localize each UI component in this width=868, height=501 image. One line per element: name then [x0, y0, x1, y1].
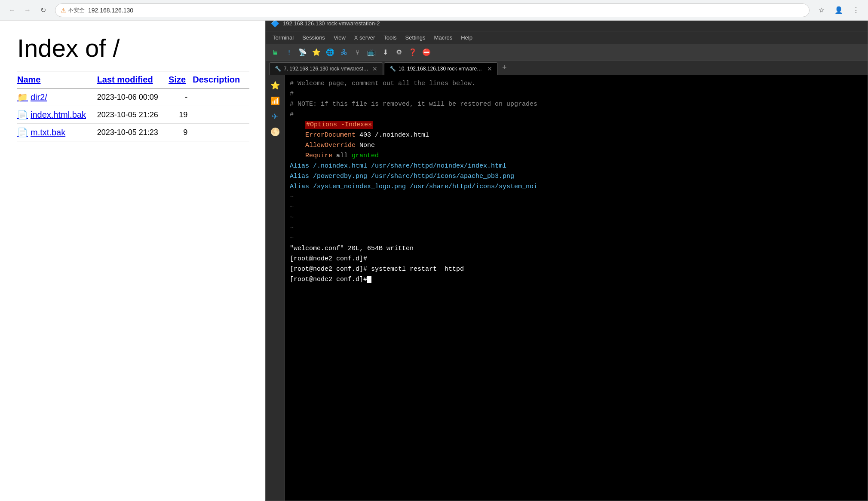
terminal-tab-tab10[interactable]: 🔧 10. 192.168.126.130 rock-vmwareste... …	[384, 62, 498, 75]
tab-close-button[interactable]: ✕	[487, 65, 492, 72]
term-line: #	[290, 89, 862, 99]
toolbar-download-icon[interactable]: ⬇	[379, 46, 391, 58]
term-line: Alias /system_noindex_logo.png /usr/shar…	[290, 182, 862, 192]
file-name-cell[interactable]: 📁 dir2/	[17, 89, 97, 106]
term-line: [root@node2 conf.d]#	[290, 254, 862, 264]
menu-button[interactable]: ⋮	[849, 3, 863, 17]
tab-label: 7. 192.168.126.130 rock-vmwaresta...	[284, 66, 370, 72]
term-line: #Options -Indexes	[290, 120, 862, 130]
file-name-cell[interactable]: 📄 index.html.bak	[17, 106, 97, 124]
file-desc-cell	[193, 89, 249, 106]
file-modified-cell: 2023-10-06 00:09	[97, 89, 169, 106]
file-desc-cell	[193, 124, 249, 141]
security-warning: ⚠ 不安全	[61, 6, 85, 14]
term-text: Alias /poweredby.png /usr/share/httpd/ic…	[290, 173, 514, 180]
col-name-header[interactable]: Name	[17, 71, 97, 89]
bookmark-button[interactable]: ☆	[815, 3, 828, 17]
back-button[interactable]: ←	[5, 3, 19, 17]
menu-item-sessions[interactable]: Sessions	[299, 34, 328, 42]
toolbar-network-icon[interactable]: 🖧	[338, 46, 350, 58]
sidebar-globe-icon[interactable]: 🌕	[268, 125, 282, 139]
profile-button[interactable]: 👤	[832, 3, 846, 17]
terminal-tab-tab7[interactable]: 🔧 7. 192.168.126.130 rock-vmwaresta... ✕	[269, 62, 383, 75]
term-text: [root@node2 conf.d]#	[290, 255, 367, 263]
menu-item-settings[interactable]: Settings	[402, 34, 429, 42]
file-size-cell: 9	[169, 124, 193, 141]
term-text: #Options -Indexes	[305, 121, 373, 129]
menu-item-view[interactable]: View	[330, 34, 349, 42]
new-tab-button[interactable]: +	[499, 63, 510, 72]
term-text: ~	[290, 224, 294, 232]
terminal-toolbar: 🖥 ⁞ 📡 ⭐ 🌐 🖧 ⑂ 📺 ⬇ ⚙ ❓ ⛔	[266, 44, 868, 61]
file-desc-cell	[193, 106, 249, 124]
address-bar[interactable]: ⚠ 不安全 192.168.126.130	[55, 3, 810, 17]
term-line: # Welcome page, comment out all the line…	[290, 79, 862, 89]
col-size-header[interactable]: Size	[169, 71, 193, 89]
file-icon: 📄	[17, 110, 28, 120]
term-line: [root@node2 conf.d]# systemctl restart h…	[290, 264, 862, 275]
file-name-cell[interactable]: 📄 m.txt.bak	[17, 124, 97, 141]
file-link[interactable]: 📄 index.html.bak	[17, 110, 92, 120]
forward-button[interactable]: →	[21, 3, 34, 17]
term-text: all	[332, 152, 352, 159]
terminal-title-text: 192.168.126.130 rock-vmwarestation-2	[283, 20, 380, 27]
table-row: 📄 index.html.bak 2023-10-05 21:26 19	[17, 106, 249, 124]
file-table: Name Last modified Size Description 📁 di…	[17, 71, 249, 141]
warning-icon: ⚠	[61, 7, 66, 14]
toolbar-screen-icon[interactable]: 📺	[365, 46, 377, 58]
menu-item-tools[interactable]: Tools	[380, 34, 400, 42]
browser-actions: ☆ 👤 ⋮	[815, 3, 863, 17]
term-text: Alias /.noindex.html /usr/share/httpd/no…	[290, 162, 506, 170]
menu-item-x-server[interactable]: X server	[351, 34, 378, 42]
toolbar-dots-icon[interactable]: ⁞	[283, 46, 295, 58]
menu-item-help[interactable]: Help	[457, 34, 476, 42]
term-text	[290, 121, 305, 128]
table-header-row: Name Last modified Size Description	[17, 71, 249, 89]
file-link[interactable]: 📄 m.txt.bak	[17, 127, 92, 137]
table-row: 📁 dir2/ 2023-10-06 00:09 -	[17, 89, 249, 106]
term-line: ~	[290, 202, 862, 213]
toolbar-help-icon[interactable]: ❓	[407, 46, 419, 58]
term-line: # NOTE: if this file is removed, it will…	[290, 99, 862, 110]
term-text: Alias /system_noindex_logo.png /usr/shar…	[290, 183, 537, 190]
menu-item-macros[interactable]: Macros	[431, 34, 456, 42]
term-line: ~	[290, 213, 862, 223]
file-size-cell: -	[169, 89, 193, 106]
toolbar-close-icon[interactable]: ⛔	[420, 46, 432, 58]
term-text: ~	[290, 235, 294, 242]
term-text	[290, 131, 305, 139]
term-line: ErrorDocument 403 /.noindex.html	[290, 130, 862, 141]
sidebar-star-icon[interactable]: ⭐	[268, 79, 282, 92]
toolbar-antenna-icon[interactable]: 📡	[297, 46, 309, 58]
term-text: [root@node2 conf.d]# systemctl restart h…	[290, 266, 464, 273]
term-text: #	[290, 111, 294, 118]
term-text: ~	[290, 193, 294, 201]
file-modified-cell: 2023-10-05 21:26	[97, 106, 169, 124]
file-link[interactable]: 📁 dir2/	[17, 92, 92, 102]
tab-close-button[interactable]: ✕	[372, 65, 377, 72]
term-text: Require	[305, 152, 332, 159]
term-text: 403 /.noindex.html	[356, 131, 429, 139]
col-modified-header[interactable]: Last modified	[97, 71, 169, 89]
sidebar-signal-icon[interactable]: 📶	[268, 94, 282, 108]
toolbar-monitor-icon[interactable]: 🖥	[269, 46, 281, 58]
sidebar-send-icon[interactable]: ✈	[268, 110, 282, 123]
term-text: "welcome.conf" 20L, 654B written	[290, 245, 414, 252]
term-line: Alias /poweredby.png /usr/share/httpd/ic…	[290, 171, 862, 182]
file-modified-cell: 2023-10-05 21:23	[97, 124, 169, 141]
browser-chrome: ← → ↻ ⚠ 不安全 192.168.126.130 ☆ 👤 ⋮	[0, 0, 868, 21]
terminal-body[interactable]: # Welcome page, comment out all the line…	[285, 75, 868, 501]
reload-button[interactable]: ↻	[36, 3, 50, 17]
term-line: "welcome.conf" 20L, 654B written	[290, 244, 862, 254]
col-desc-header: Description	[193, 71, 249, 89]
toolbar-globe-icon[interactable]: 🌐	[324, 46, 336, 58]
file-name: m.txt.bak	[31, 128, 65, 137]
term-line: AllowOverride None	[290, 141, 862, 151]
toolbar-star-icon[interactable]: ⭐	[310, 46, 322, 58]
tab-label: 10. 192.168.126.130 rock-vmwareste...	[399, 66, 485, 72]
file-name: index.html.bak	[31, 110, 86, 120]
menu-item-terminal[interactable]: Terminal	[269, 34, 297, 42]
toolbar-fork-icon[interactable]: ⑂	[352, 46, 364, 58]
toolbar-gear-icon[interactable]: ⚙	[393, 46, 405, 58]
terminal-left-sidebar: ⭐ 📶 ✈ 🌕	[266, 75, 285, 501]
